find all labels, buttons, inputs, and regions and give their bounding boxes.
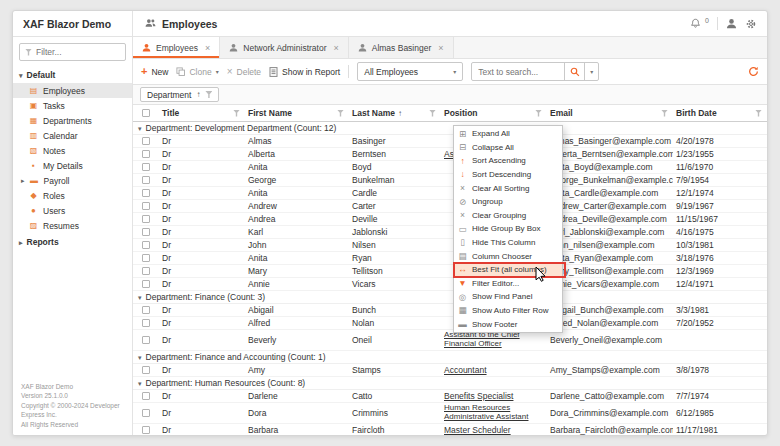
- user-account-icon[interactable]: [726, 18, 737, 29]
- sidebar-group-default[interactable]: ▾Default: [13, 66, 132, 83]
- table-row[interactable]: DrAnitaCardleAnita_Cardle@example.com12/…: [133, 187, 767, 200]
- filter-icon[interactable]: [535, 110, 542, 117]
- search-options-dropdown[interactable]: ▾: [584, 63, 598, 80]
- table-row[interactable]: DrMaryTellitsonMary_Tellitson@example.co…: [133, 265, 767, 278]
- row-checkbox[interactable]: [142, 336, 150, 344]
- close-icon[interactable]: ×: [333, 43, 338, 53]
- table-row[interactable]: DrGeorgeBunkelmanGeorge_Bunkelman@exampl…: [133, 174, 767, 187]
- sidebar-item-departments[interactable]: ▦Departments: [13, 113, 132, 128]
- sidebar-item-notes[interactable]: ▧Notes: [13, 143, 132, 158]
- context-menu-item-collapse-all[interactable]: ⊟Collapse All: [454, 141, 562, 155]
- table-row[interactable]: DrAnitaBoydAnita_Boyd@example.com11/6/19…: [133, 161, 767, 174]
- row-checkbox[interactable]: [142, 189, 150, 197]
- row-checkbox[interactable]: [142, 392, 150, 400]
- context-menu-item-ungroup[interactable]: ⊘Ungroup: [454, 195, 562, 209]
- table-row[interactable]: DrAnnieVicarsAnnie_Vicars@example.com12/…: [133, 278, 767, 291]
- table-row[interactable]: DrAndreaDevilleAndrea_Deville@example.co…: [133, 213, 767, 226]
- clone-button[interactable]: Clone ▾: [176, 67, 218, 77]
- sidebar-item-my-details[interactable]: ▪My Details: [13, 158, 132, 173]
- sidebar-filter-box[interactable]: [19, 43, 126, 61]
- tab-network-administrator[interactable]: Network Administrator×: [220, 37, 348, 58]
- column-header-position[interactable]: Position: [441, 105, 547, 121]
- group-row[interactable]: ▾Department: Human Resources (Count: 8): [133, 377, 767, 390]
- row-checkbox[interactable]: [142, 215, 150, 223]
- position-cell[interactable]: Benefits Specialist: [441, 391, 547, 401]
- refresh-button[interactable]: [748, 66, 759, 77]
- column-header-birth-date[interactable]: Birth Date: [673, 105, 767, 121]
- table-row[interactable]: DrJohnNilsenJohn_nilsen@example.com10/3/…: [133, 239, 767, 252]
- context-menu-item-hide-group-by-box[interactable]: ▭Hide Group By Box: [454, 222, 562, 236]
- context-menu-item-show-auto-filter-row[interactable]: ▦Show Auto Filter Row: [454, 304, 562, 318]
- view-selector-dropdown[interactable]: All Employees ▾: [357, 62, 463, 81]
- context-menu-item-hide-this-column[interactable]: ▯Hide This Column: [454, 236, 562, 250]
- table-row[interactable]: DrBarbaraFairclothMaster SchedulerBarbar…: [133, 424, 767, 435]
- column-header-first-name[interactable]: First Name: [245, 105, 349, 121]
- sidebar-group-reports[interactable]: ▸Reports: [13, 233, 132, 250]
- table-row[interactable]: DrAmyStampsAccountantAmy_Stamps@example.…: [133, 364, 767, 377]
- notification-bell-icon[interactable]: [690, 18, 701, 29]
- sidebar-item-calendar[interactable]: ▥Calendar: [13, 128, 132, 143]
- row-checkbox[interactable]: [142, 241, 150, 249]
- group-row[interactable]: ▾Department: Development Department (Cou…: [133, 122, 767, 135]
- row-checkbox[interactable]: [142, 202, 150, 210]
- context-menu-item-column-chooser[interactable]: ▤Column Chooser: [454, 249, 562, 263]
- table-row[interactable]: DrAndrewCarterAndrew_Carter@example.com9…: [133, 200, 767, 213]
- show-in-report-button[interactable]: Show in Report: [269, 67, 340, 77]
- settings-gear-icon[interactable]: [745, 18, 757, 30]
- group-row[interactable]: ▾Department: Finance and Accounting (Cou…: [133, 351, 767, 364]
- sidebar-item-resumes[interactable]: ▨Resumes: [13, 218, 132, 233]
- row-checkbox[interactable]: [142, 150, 150, 158]
- tab-employees[interactable]: Employees×: [133, 37, 220, 58]
- context-menu-item-sort-descending[interactable]: ↓Sort Descending: [454, 168, 562, 182]
- sidebar-item-payroll[interactable]: ▸▬Payroll: [13, 173, 132, 188]
- row-checkbox[interactable]: [142, 176, 150, 184]
- column-header-last-name[interactable]: Last Name↑: [349, 105, 441, 121]
- context-menu-item-show-find-panel[interactable]: ◎Show Find Panel: [454, 290, 562, 304]
- filter-icon[interactable]: [233, 110, 240, 117]
- context-menu-item-show-footer[interactable]: ▬Show Footer: [454, 317, 562, 331]
- table-row[interactable]: DrAlmasBasingerAlmas_Basinger@example.co…: [133, 135, 767, 148]
- select-all-checkbox[interactable]: [142, 109, 150, 117]
- sidebar-item-tasks[interactable]: ▣Tasks: [13, 98, 132, 113]
- new-button[interactable]: + New: [141, 66, 168, 77]
- position-cell[interactable]: Master Scheduler: [441, 425, 547, 435]
- group-chip-department[interactable]: Department ↑: [140, 87, 219, 102]
- row-checkbox[interactable]: [142, 409, 150, 417]
- row-checkbox[interactable]: [142, 426, 150, 434]
- table-row[interactable]: DrKarlJablonskiKarl_Jablonski@example.co…: [133, 226, 767, 239]
- context-menu-item-clear-grouping[interactable]: ×Clear Grouping: [454, 209, 562, 223]
- position-cell[interactable]: Accountant: [441, 365, 547, 375]
- sidebar-item-employees[interactable]: ▤Employees: [13, 83, 132, 98]
- row-checkbox[interactable]: [142, 254, 150, 262]
- context-menu-item-sort-ascending[interactable]: ↑Sort Ascending: [454, 154, 562, 168]
- close-icon[interactable]: ×: [205, 43, 210, 53]
- row-checkbox[interactable]: [142, 228, 150, 236]
- position-cell[interactable]: Human Resources Administrative Assistant: [441, 404, 547, 422]
- tab-almas-basinger[interactable]: Almas Basinger×: [349, 37, 454, 58]
- table-row[interactable]: DrAlbertaBerntsenAssistantAlberta_Bernts…: [133, 148, 767, 161]
- filter-icon[interactable]: [429, 110, 436, 117]
- search-input[interactable]: [472, 67, 564, 77]
- table-row[interactable]: DrBeverlyOneilAssistant to the Chief Fin…: [133, 330, 767, 351]
- table-row[interactable]: DrAnitaRyanAnita_Ryan@example.com3/18/19…: [133, 252, 767, 265]
- row-checkbox[interactable]: [142, 306, 150, 314]
- column-header-email[interactable]: Email: [547, 105, 673, 121]
- table-row[interactable]: DrDarleneCattoBenefits SpecialistDarlene…: [133, 390, 767, 403]
- filter-icon[interactable]: [661, 110, 668, 117]
- context-menu-item-clear-all-sorting[interactable]: ×Clear All Sorting: [454, 181, 562, 195]
- filter-icon[interactable]: [755, 110, 762, 117]
- sidebar-item-users[interactable]: ●Users: [13, 203, 132, 218]
- column-header-title[interactable]: Title: [159, 105, 245, 121]
- table-row[interactable]: DrDoraCrimminsHuman Resources Administra…: [133, 403, 767, 424]
- row-checkbox[interactable]: [142, 137, 150, 145]
- row-checkbox[interactable]: [142, 163, 150, 171]
- filter-icon[interactable]: [205, 91, 212, 98]
- search-button[interactable]: [564, 63, 584, 80]
- position-cell[interactable]: Assistant to the Chief Financial Officer: [441, 331, 547, 349]
- delete-button[interactable]: × Delete: [227, 67, 261, 77]
- sidebar-filter-input[interactable]: [36, 47, 120, 57]
- table-row[interactable]: DrAbigailBunchAbigail_Bunch@example.com3…: [133, 304, 767, 317]
- row-checkbox[interactable]: [142, 267, 150, 275]
- context-menu-item-expand-all[interactable]: ⊞Expand All: [454, 127, 562, 141]
- table-row[interactable]: DrAlfredNolanAlfred_Nolan@example.com7/2…: [133, 317, 767, 330]
